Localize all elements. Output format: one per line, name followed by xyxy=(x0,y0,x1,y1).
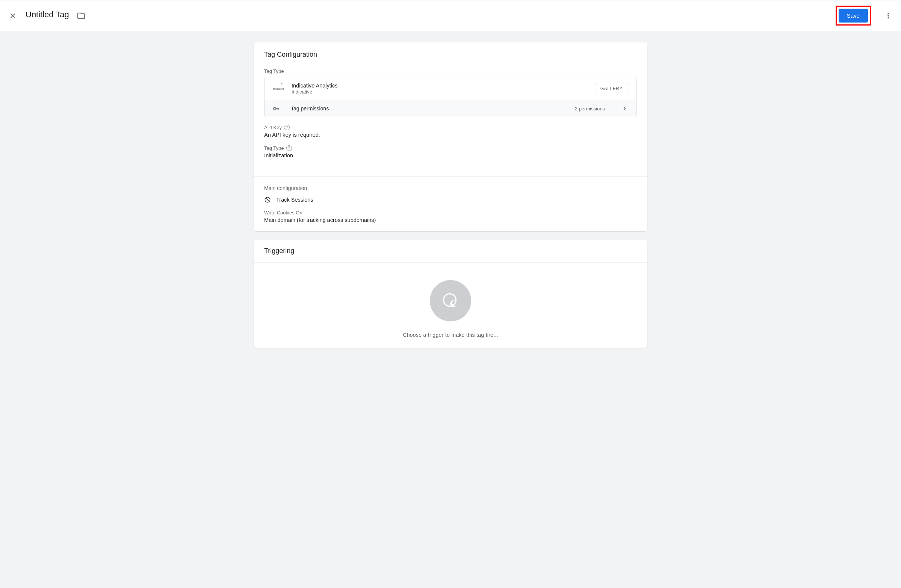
gallery-button[interactable]: GALLERY xyxy=(595,83,628,94)
main-config-label: Main configuration xyxy=(254,177,647,195)
save-button-highlight: Save xyxy=(836,6,871,25)
more-vert-icon xyxy=(884,12,892,20)
triggering-card: Triggering Choose a trigger to make this… xyxy=(254,240,647,348)
api-key-label: API Key xyxy=(264,124,282,130)
permissions-count: 2 permissions xyxy=(575,106,605,112)
tag-type2-value: Initialization xyxy=(254,151,647,166)
folder-icon xyxy=(77,12,85,20)
triggering-title: Triggering xyxy=(264,247,637,255)
triggering-empty-state[interactable]: Choose a trigger to make this tag fire..… xyxy=(254,263,647,348)
cookies-label: Write Cookies On xyxy=(254,208,647,216)
trigger-add-circle[interactable] xyxy=(430,280,471,321)
triggering-hint: Choose a trigger to make this tag fire..… xyxy=(403,332,498,338)
tag-type-vendor-row: indicative Indicative Analytics Indicati… xyxy=(265,77,636,100)
key-icon xyxy=(273,105,279,112)
tag-configuration-card: Tag Configuration Tag Type indicative In… xyxy=(254,42,647,231)
tag-type2-label-row: Tag Type ? xyxy=(254,145,647,151)
help-icon[interactable]: ? xyxy=(284,124,290,130)
permissions-label: Tag permissions xyxy=(291,106,564,112)
close-button[interactable] xyxy=(8,11,17,20)
help-icon[interactable]: ? xyxy=(286,145,292,151)
tag-configuration-title: Tag Configuration xyxy=(264,51,637,59)
vendor-sub: Indicative xyxy=(292,89,587,95)
tag-type2-label: Tag Type xyxy=(264,145,284,151)
api-key-value: An API key is required. xyxy=(254,130,647,138)
cookies-value: Main domain (for tracking across subdoma… xyxy=(254,216,647,231)
api-key-label-row: API Key ? xyxy=(254,124,647,130)
chevron-right-icon xyxy=(621,105,628,112)
track-sessions-label: Track Sessions xyxy=(276,197,313,203)
folder-button[interactable] xyxy=(77,12,85,20)
more-menu-button[interactable] xyxy=(884,11,893,20)
vendor-name: Indicative Analytics xyxy=(292,82,587,89)
tag-type-box: indicative Indicative Analytics Indicati… xyxy=(264,77,637,117)
close-icon xyxy=(9,12,17,20)
editor-header: Save xyxy=(0,0,901,31)
block-icon xyxy=(264,196,271,203)
trigger-icon xyxy=(443,293,458,308)
tag-permissions-row[interactable]: Tag permissions 2 permissions xyxy=(265,100,636,117)
save-button[interactable]: Save xyxy=(839,9,868,23)
tag-name-input[interactable] xyxy=(25,9,72,22)
tag-type-label: Tag Type xyxy=(254,68,647,74)
vendor-logo-icon: indicative xyxy=(273,85,284,92)
track-sessions-row: Track Sessions xyxy=(254,195,647,208)
svg-line-1 xyxy=(266,198,270,202)
